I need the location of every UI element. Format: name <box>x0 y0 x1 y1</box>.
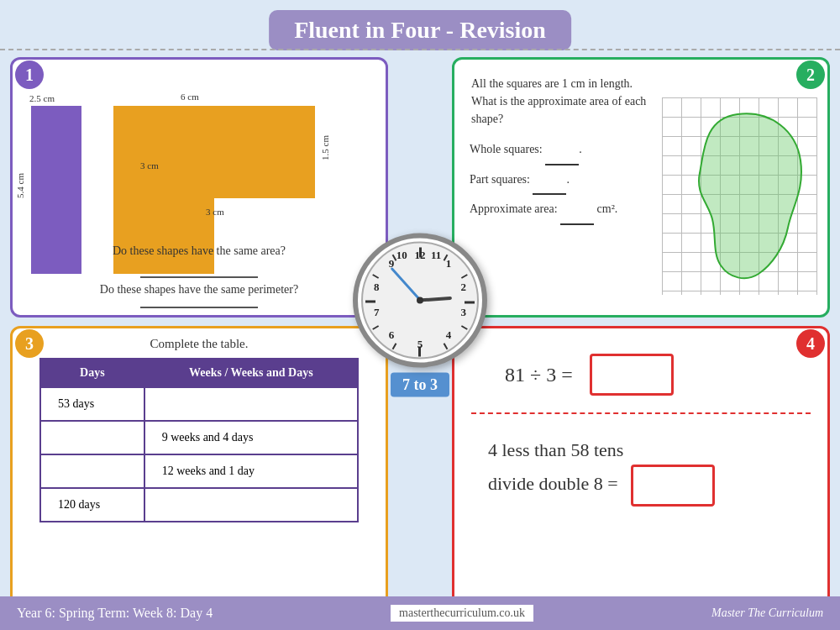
clock-num-8: 8 <box>374 280 380 293</box>
perimeter-answer-line <box>13 307 386 308</box>
footer-right: Master The Curriculum <box>711 606 823 620</box>
label-yellow-top-width: 6 cm <box>181 92 199 102</box>
col-days-header: Days <box>40 359 144 387</box>
minute-hand <box>390 267 421 302</box>
yellow-top <box>113 106 315 198</box>
clock-num-1: 1 <box>446 257 452 270</box>
row3-days <box>40 454 144 488</box>
clock-num-3: 3 <box>460 305 466 318</box>
footer: Year 6: Spring Term: Week 8: Day 4 maste… <box>0 596 840 630</box>
row3-weeks: 12 weeks and 1 day <box>144 454 358 488</box>
clock-label: 7 to 3 <box>391 373 449 397</box>
clock-num-7: 7 <box>374 305 380 318</box>
answer-box-1[interactable] <box>590 354 674 396</box>
panel-3: Complete the table. Days Weeks / Weeks a… <box>10 326 388 612</box>
label-yellow-inner-left: 3 cm <box>140 160 159 171</box>
tick-7 <box>392 343 397 349</box>
panel4-problem1-area: 81 ÷ 3 = <box>454 328 827 404</box>
table-row: 9 weeks and 4 days <box>40 421 358 454</box>
clock-num-6: 6 <box>389 328 395 341</box>
table-row: 120 days <box>40 488 358 522</box>
problem2-text: 4 less than 58 tens divide double 8 = <box>488 435 715 507</box>
badge-4: 4 <box>796 329 825 358</box>
panel3-title: Complete the table. <box>13 328 386 358</box>
col-weeks-header: Weeks / Weeks and Days <box>144 359 358 387</box>
footer-left: Year 6: Spring Term: Week 8: Day 4 <box>17 606 213 621</box>
row2-weeks: 9 weeks and 4 days <box>144 421 358 454</box>
tick-4 <box>461 325 468 330</box>
tick-2 <box>461 274 468 279</box>
clock-face: 12 1 2 3 4 5 6 7 8 9 10 11 <box>353 234 487 368</box>
divider-line <box>0 49 840 50</box>
clock-num-11: 11 <box>431 248 441 261</box>
problem1-text: 81 ÷ 3 = <box>505 364 573 386</box>
clock-center-dot <box>417 297 423 304</box>
blob-svg <box>662 97 817 295</box>
panel4-divider <box>471 412 811 414</box>
clock-num-12: 12 <box>415 248 426 261</box>
row2-days <box>40 421 144 454</box>
clock-num-2: 2 <box>460 280 466 293</box>
table-row: 53 days <box>40 387 358 421</box>
clock-inner: 12 1 2 3 4 5 6 7 8 9 10 11 <box>361 242 479 360</box>
tick-8 <box>372 325 379 330</box>
row1-weeks <box>144 387 358 421</box>
badge-1: 1 <box>15 60 44 89</box>
question-same-area: Do these shapes have the same area? <box>13 244 386 258</box>
tick-10 <box>372 274 379 279</box>
clock-container: 12 1 2 3 4 5 6 7 8 9 10 11 7 to 3 <box>353 234 487 397</box>
yellow-bottom <box>113 198 214 274</box>
panel-1: 5.4 cm 2.5 cm 6 cm 1.5 cm 3 cm 3 cm Do t… <box>10 57 388 318</box>
table-row: 12 weeks and 1 day <box>40 454 358 488</box>
whole-squares-line: Whole squares: . <box>470 135 617 165</box>
title-bar: Fluent in Four - Revision <box>269 10 571 50</box>
label-purple-width: 2.5 cm <box>29 93 55 103</box>
panel2-questions: Whole squares: . Part squares: . Approxi… <box>470 135 617 225</box>
part-squares-line: Part squares: . <box>470 165 617 196</box>
footer-center: masterthecurriculum.co.uk <box>391 605 533 622</box>
row4-days: 120 days <box>40 488 144 522</box>
hour-hand <box>420 297 452 302</box>
panel4-problem2-area: 4 less than 58 tens divide double 8 = <box>454 423 827 515</box>
badge-2: 2 <box>796 60 825 89</box>
clock-num-10: 10 <box>396 248 407 261</box>
label-yellow-right-height: 1.5 cm <box>320 135 330 160</box>
panel-4: 81 ÷ 3 = 4 less than 58 tens divide doub… <box>452 326 830 612</box>
label-purple-height: 5.4 cm <box>15 173 25 198</box>
tick-5 <box>444 343 449 349</box>
row1-days: 53 days <box>40 387 144 421</box>
days-table: Days Weeks / Weeks and Days 53 days 9 we… <box>39 358 359 522</box>
label-yellow-inner-bottom: 3 cm <box>206 207 224 217</box>
answer-box-2[interactable] <box>631 465 715 507</box>
row4-weeks <box>144 488 358 522</box>
tick-3 <box>465 302 475 304</box>
page-title: Fluent in Four - Revision <box>294 17 546 44</box>
area-answer-line <box>13 276 386 278</box>
tick-9 <box>365 301 375 303</box>
clock-num-4: 4 <box>446 328 452 341</box>
approx-area-line: Approximate area: cm². <box>470 195 617 225</box>
panel-2: All the squares are 1 cm in length. What… <box>452 57 830 318</box>
clock-num-5: 5 <box>417 337 423 350</box>
grid-area <box>662 97 817 295</box>
badge-3: 3 <box>15 329 44 358</box>
question-same-perimeter: Do these shapes have the same perimeter? <box>13 283 386 297</box>
grid-background <box>662 97 817 295</box>
